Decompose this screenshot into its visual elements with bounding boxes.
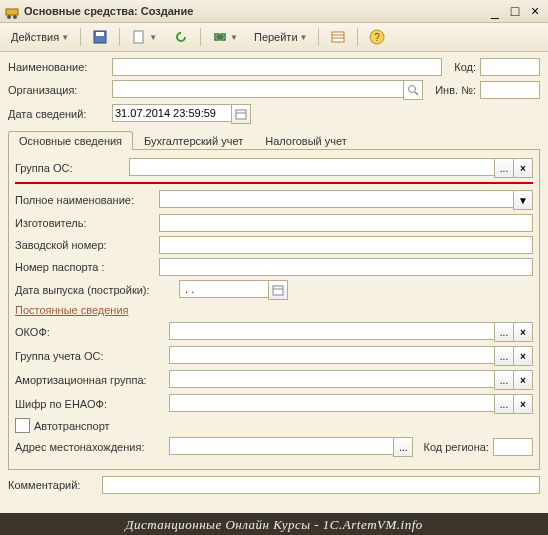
help-icon[interactable]: ? — [362, 26, 392, 48]
org-input[interactable] — [112, 80, 404, 98]
group-os-input[interactable] — [129, 158, 495, 176]
comment-label: Комментарий: — [8, 479, 98, 491]
tab-body: Группа ОС: ... × Полное наименование: ▼ … — [8, 150, 540, 470]
amort-group-input[interactable] — [169, 370, 495, 388]
window-title: Основные средства: Создание — [24, 5, 484, 17]
separator — [357, 28, 358, 46]
name-label: Наименование: — [8, 61, 108, 73]
auto-checkbox[interactable] — [15, 418, 30, 433]
date-input[interactable] — [112, 104, 232, 122]
clear-icon[interactable]: × — [513, 394, 533, 414]
svg-rect-5 — [134, 31, 143, 43]
svg-text:?: ? — [375, 32, 381, 43]
maximize-button[interactable]: □ — [506, 3, 524, 19]
calendar-icon[interactable] — [231, 104, 251, 124]
clear-icon[interactable]: × — [513, 322, 533, 342]
form-icon[interactable] — [323, 26, 353, 48]
ellipsis-icon[interactable]: ... — [393, 437, 413, 457]
fullname-input[interactable] — [159, 190, 514, 208]
calendar-icon[interactable] — [268, 280, 288, 300]
enaof-input[interactable] — [169, 394, 495, 412]
clear-icon[interactable]: × — [513, 158, 533, 178]
footer-banner: Дистанционные Онлайн Курсы - 1C.ArtemVM.… — [0, 513, 548, 535]
passportno-input[interactable] — [159, 258, 533, 276]
address-input[interactable] — [169, 437, 394, 455]
auto-label: Автотранспорт — [34, 420, 110, 432]
date-label: Дата сведений: — [8, 108, 108, 120]
refresh-icon[interactable] — [166, 26, 196, 48]
app-icon — [4, 3, 20, 19]
clear-icon[interactable]: × — [513, 370, 533, 390]
release-date-input[interactable] — [179, 280, 269, 298]
content-area: Наименование: Код: Организация: Инв. №: … — [0, 52, 548, 513]
separator — [200, 28, 201, 46]
separator — [119, 28, 120, 46]
new-doc-icon[interactable]: ▼ — [124, 26, 164, 48]
enaof-label: Шифр по ЕНАОФ: — [15, 398, 165, 410]
code-input[interactable] — [480, 58, 540, 76]
goto-menu[interactable]: Перейти▼ — [247, 28, 315, 46]
factoryno-input[interactable] — [159, 236, 533, 254]
region-input[interactable] — [493, 438, 533, 456]
okof-input[interactable] — [169, 322, 495, 340]
maker-input[interactable] — [159, 214, 533, 232]
link-icon[interactable]: ▼ — [205, 26, 245, 48]
ellipsis-icon[interactable]: ... — [494, 158, 514, 178]
tabs: Основные сведения Бухгалтерский учет Нал… — [8, 130, 540, 150]
okof-label: ОКОФ: — [15, 326, 165, 338]
svg-rect-15 — [273, 286, 283, 295]
svg-rect-6 — [332, 32, 344, 42]
actions-menu[interactable]: Действия▼ — [4, 28, 76, 46]
svg-rect-0 — [6, 9, 18, 15]
ellipsis-icon[interactable]: ... — [494, 322, 514, 342]
region-label: Код региона: — [423, 441, 489, 453]
address-label: Адрес местонахождения: — [15, 441, 165, 453]
svg-line-12 — [415, 92, 418, 95]
svg-rect-4 — [96, 32, 104, 36]
code-label: Код: — [454, 61, 476, 73]
acc-group-input[interactable] — [169, 346, 495, 364]
factoryno-label: Заводской номер: — [15, 239, 155, 251]
save-icon[interactable] — [85, 26, 115, 48]
const-section-title: Постоянные сведения — [15, 304, 533, 316]
comment-input[interactable] — [102, 476, 540, 494]
invno-input[interactable] — [480, 81, 540, 99]
fullname-label: Полное наименование: — [15, 194, 155, 206]
highlight-line — [15, 182, 533, 184]
titlebar: Основные средства: Создание _ □ × — [0, 0, 548, 23]
toolbar: Действия▼ ▼ ▼ Перейти▼ ? — [0, 23, 548, 52]
tab-accounting[interactable]: Бухгалтерский учет — [133, 131, 254, 150]
separator — [80, 28, 81, 46]
dropdown-icon[interactable]: ▼ — [513, 190, 533, 210]
svg-rect-13 — [236, 110, 246, 119]
org-label: Организация: — [8, 84, 108, 96]
org-lookup-icon[interactable] — [403, 80, 423, 100]
ellipsis-icon[interactable]: ... — [494, 346, 514, 366]
release-date-label: Дата выпуска (постройки): — [15, 284, 175, 296]
separator — [318, 28, 319, 46]
acc-group-label: Группа учета ОС: — [15, 350, 165, 362]
svg-point-11 — [409, 86, 416, 93]
passportno-label: Номер паспорта : — [15, 261, 155, 273]
group-os-label: Группа ОС: — [15, 162, 125, 174]
clear-icon[interactable]: × — [513, 346, 533, 366]
ellipsis-icon[interactable]: ... — [494, 370, 514, 390]
maker-label: Изготовитель: — [15, 217, 155, 229]
svg-point-2 — [13, 15, 17, 19]
ellipsis-icon[interactable]: ... — [494, 394, 514, 414]
invno-label: Инв. №: — [435, 84, 476, 96]
amort-group-label: Амортизационная группа: — [15, 374, 165, 386]
minimize-button[interactable]: _ — [486, 3, 504, 19]
tab-tax[interactable]: Налоговый учет — [254, 131, 358, 150]
tab-main[interactable]: Основные сведения — [8, 131, 133, 150]
name-input[interactable] — [112, 58, 442, 76]
close-button[interactable]: × — [526, 3, 544, 19]
svg-point-1 — [7, 15, 11, 19]
